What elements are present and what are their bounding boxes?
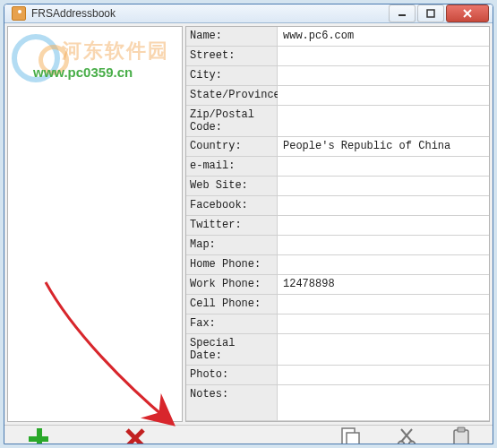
copy-button[interactable] xyxy=(340,426,362,444)
field-value[interactable]: www.pc6.com xyxy=(278,27,489,46)
field-row: Map: xyxy=(186,236,489,255)
field-label: City: xyxy=(186,66,278,85)
field-label: Notes: xyxy=(186,385,278,420)
field-row: City: xyxy=(186,66,489,86)
field-value[interactable] xyxy=(278,255,489,274)
field-row: Twitter: xyxy=(186,216,489,236)
bottom-toolbar xyxy=(4,425,493,444)
field-value[interactable] xyxy=(278,196,489,215)
field-row: Zip/Postal Code: xyxy=(186,106,489,137)
field-value[interactable] xyxy=(278,106,489,136)
field-label: Facebook: xyxy=(186,196,278,215)
plus-icon xyxy=(26,426,51,444)
copy-icon xyxy=(340,426,362,444)
field-row: Work Phone:12478898 xyxy=(186,275,489,295)
svg-rect-1 xyxy=(427,10,434,17)
field-value[interactable] xyxy=(278,314,489,333)
field-row: Country:People's Republic of China xyxy=(186,137,489,157)
maximize-icon xyxy=(426,9,435,18)
field-label: State/Province: xyxy=(186,86,278,105)
paste-button[interactable] xyxy=(451,426,471,444)
field-value[interactable] xyxy=(278,216,489,235)
field-row: Name:www.pc6.com xyxy=(186,27,489,47)
details-pane: Name:www.pc6.comStreet:City:State/Provin… xyxy=(185,26,490,422)
field-label: Country: xyxy=(186,137,278,156)
field-value[interactable] xyxy=(278,66,489,85)
scissors-icon xyxy=(396,426,417,444)
field-label: Map: xyxy=(186,236,278,254)
watermark-text-cn: 河东软件园 xyxy=(62,38,169,65)
field-label: Home Phone: xyxy=(186,255,278,274)
field-label: Twitter: xyxy=(186,216,278,235)
watermark: 河东软件园 www.pc0359.cn xyxy=(12,29,182,82)
cut-button[interactable] xyxy=(396,426,417,444)
delete-button[interactable] xyxy=(123,426,148,444)
field-label: e-mail: xyxy=(186,157,278,176)
field-row: Web Site: xyxy=(186,177,489,196)
field-value[interactable] xyxy=(278,177,489,195)
field-label: Street: xyxy=(186,47,278,65)
window-controls xyxy=(389,4,489,22)
field-row: Fax: xyxy=(186,314,489,334)
field-value[interactable] xyxy=(278,334,489,365)
watermark-url: www.pc0359.cn xyxy=(33,65,133,80)
close-button[interactable] xyxy=(446,4,489,22)
field-label: Name: xyxy=(186,27,278,46)
close-icon xyxy=(462,8,473,19)
field-value[interactable] xyxy=(278,385,489,420)
titlebar: FRSAddressbook xyxy=(4,4,493,23)
field-row: e-mail: xyxy=(186,157,489,177)
field-row: Cell Phone: xyxy=(186,295,489,314)
field-value[interactable] xyxy=(278,295,489,314)
field-value[interactable] xyxy=(278,47,489,65)
app-window: FRSAddressbook 河东软件园 www.pc0359.cn xyxy=(4,4,493,444)
window-title: FRSAddressbook xyxy=(31,7,389,20)
field-label: Cell Phone: xyxy=(186,295,278,314)
field-label: Fax: xyxy=(186,314,278,333)
maximize-button[interactable] xyxy=(417,4,444,22)
annotation-arrow xyxy=(37,278,180,430)
field-row: Notes: xyxy=(186,385,489,421)
app-icon xyxy=(12,6,26,21)
minimize-icon xyxy=(398,9,407,18)
field-label: Work Phone: xyxy=(186,275,278,294)
minimize-button[interactable] xyxy=(389,4,416,22)
field-label: Web Site: xyxy=(186,177,278,195)
contact-list-pane[interactable]: 河东软件园 www.pc0359.cn xyxy=(7,26,183,422)
field-value[interactable] xyxy=(278,366,489,384)
field-label: Photo: xyxy=(186,366,278,384)
field-row: State/Province: xyxy=(186,86,489,106)
field-row: Home Phone: xyxy=(186,255,489,275)
svg-rect-9 xyxy=(347,433,359,444)
field-value[interactable] xyxy=(278,86,489,105)
svg-rect-15 xyxy=(458,427,465,432)
field-value[interactable] xyxy=(278,157,489,176)
svg-rect-5 xyxy=(29,436,48,442)
field-value[interactable]: 12478898 xyxy=(278,275,489,294)
field-value[interactable] xyxy=(278,236,489,254)
add-button[interactable] xyxy=(26,426,51,444)
field-row: Photo: xyxy=(186,366,489,385)
field-label: Zip/Postal Code: xyxy=(186,106,278,136)
svg-point-10 xyxy=(398,442,405,445)
clipboard-icon xyxy=(451,426,471,444)
field-value[interactable]: People's Republic of China xyxy=(278,137,489,156)
field-label: Special Date: xyxy=(186,334,278,365)
x-icon xyxy=(123,426,148,444)
content-area: 河东软件园 www.pc0359.cn Name:www.pc6.comStre… xyxy=(4,23,493,425)
field-row: Facebook: xyxy=(186,196,489,216)
field-row: Special Date: xyxy=(186,334,489,366)
svg-point-11 xyxy=(409,442,416,445)
field-row: Street: xyxy=(186,47,489,66)
